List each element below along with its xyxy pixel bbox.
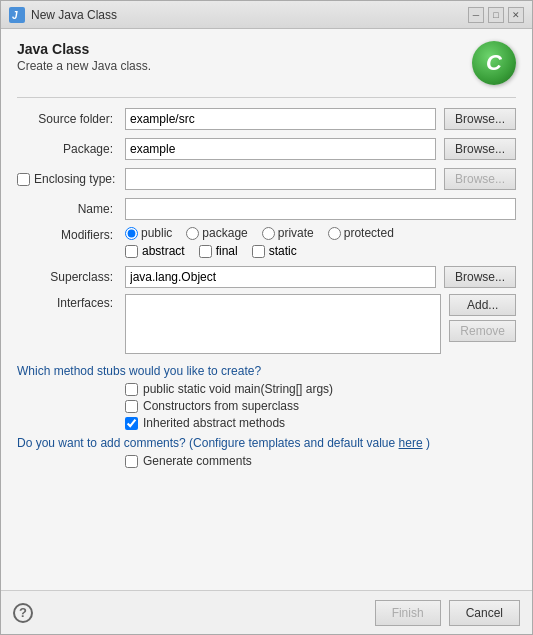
- header-text: Java Class Create a new Java class.: [17, 41, 151, 73]
- superclass-browse-button[interactable]: Browse...: [444, 266, 516, 288]
- generate-comments-item: Generate comments: [125, 454, 516, 468]
- comments-question: Do you want to add comments? (Configure …: [17, 436, 516, 450]
- bottom-bar: ? Finish Cancel: [1, 590, 532, 634]
- bottom-buttons: Finish Cancel: [375, 600, 520, 626]
- minimize-button[interactable]: ─: [468, 7, 484, 23]
- name-row: Name:: [17, 198, 516, 220]
- header-section: Java Class Create a new Java class. C: [17, 41, 516, 85]
- cancel-button[interactable]: Cancel: [449, 600, 520, 626]
- superclass-row: Superclass: Browse...: [17, 266, 516, 288]
- stub-inherited-checkbox[interactable]: [125, 417, 138, 430]
- interfaces-label: Interfaces:: [17, 294, 117, 310]
- interfaces-buttons: Add... Remove: [449, 294, 516, 342]
- generate-comments-checkbox[interactable]: [125, 455, 138, 468]
- stub-main-checkbox[interactable]: [125, 383, 138, 396]
- comments-link[interactable]: here: [399, 436, 423, 450]
- header-separator: [17, 97, 516, 98]
- package-input[interactable]: [125, 138, 436, 160]
- modifier-package-radio[interactable]: [186, 227, 199, 240]
- modifiers-options: public package private protected: [125, 226, 516, 258]
- generate-comments-label: Generate comments: [143, 454, 252, 468]
- enclosing-type-row: Enclosing type: Browse...: [17, 168, 516, 190]
- modifier-abstract-label: abstract: [142, 244, 185, 258]
- stub-constructors-label: Constructors from superclass: [143, 399, 299, 413]
- modifiers-row-2: abstract final static: [125, 244, 516, 258]
- superclass-label: Superclass:: [17, 270, 117, 284]
- modifiers-label: Modifiers:: [17, 226, 117, 242]
- maximize-button[interactable]: □: [488, 7, 504, 23]
- stub-main-label: public static void main(String[] args): [143, 382, 333, 396]
- enclosing-type-browse-button[interactable]: Browse...: [444, 168, 516, 190]
- window-title: New Java Class: [31, 8, 117, 22]
- dialog-title: Java Class: [17, 41, 151, 57]
- stub-main-item: public static void main(String[] args): [125, 382, 516, 396]
- interfaces-remove-button[interactable]: Remove: [449, 320, 516, 342]
- stub-inherited-item: Inherited abstract methods: [125, 416, 516, 430]
- modifier-package-label: package: [202, 226, 247, 240]
- content-area: Java Class Create a new Java class. C So…: [1, 29, 532, 590]
- modifier-final-checkbox[interactable]: [199, 245, 212, 258]
- modifiers-section: Modifiers: public package private: [17, 226, 516, 258]
- modifier-abstract-checkbox[interactable]: [125, 245, 138, 258]
- modifier-static-item: static: [252, 244, 297, 258]
- finish-button[interactable]: Finish: [375, 600, 441, 626]
- svg-text:J: J: [12, 10, 18, 21]
- modifier-public-radio[interactable]: [125, 227, 138, 240]
- main-window: J New Java Class ─ □ ✕ Java Class Create…: [0, 0, 533, 635]
- dialog-subtitle: Create a new Java class.: [17, 59, 151, 73]
- superclass-input[interactable]: [125, 266, 436, 288]
- stubs-question: Which method stubs would you like to cre…: [17, 364, 516, 378]
- window-icon: J: [9, 7, 25, 23]
- modifier-static-label: static: [269, 244, 297, 258]
- modifiers-row-1: public package private protected: [125, 226, 516, 240]
- stub-inherited-label: Inherited abstract methods: [143, 416, 285, 430]
- modifier-private-item: private: [262, 226, 314, 240]
- comments-options: Generate comments: [125, 454, 516, 468]
- comments-section: Do you want to add comments? (Configure …: [17, 436, 516, 468]
- modifier-package-item: package: [186, 226, 247, 240]
- modifier-abstract-item: abstract: [125, 244, 185, 258]
- modifier-protected-item: protected: [328, 226, 394, 240]
- enclosing-checkbox-container: Enclosing type:: [17, 172, 117, 186]
- modifier-protected-label: protected: [344, 226, 394, 240]
- modifier-final-item: final: [199, 244, 238, 258]
- help-button[interactable]: ?: [13, 603, 33, 623]
- source-folder-browse-button[interactable]: Browse...: [444, 108, 516, 130]
- modifier-private-radio[interactable]: [262, 227, 275, 240]
- name-input[interactable]: [125, 198, 516, 220]
- modifier-final-label: final: [216, 244, 238, 258]
- package-browse-button[interactable]: Browse...: [444, 138, 516, 160]
- modifier-protected-radio[interactable]: [328, 227, 341, 240]
- name-label: Name:: [17, 202, 117, 216]
- eclipse-logo: C: [472, 41, 516, 85]
- package-row: Package: Browse...: [17, 138, 516, 160]
- title-bar-left: J New Java Class: [9, 7, 117, 23]
- source-folder-label: Source folder:: [17, 112, 117, 126]
- source-folder-input[interactable]: [125, 108, 436, 130]
- close-button[interactable]: ✕: [508, 7, 524, 23]
- package-label: Package:: [17, 142, 117, 156]
- interfaces-add-button[interactable]: Add...: [449, 294, 516, 316]
- enclosing-type-checkbox[interactable]: [17, 173, 30, 186]
- modifier-public-item: public: [125, 226, 172, 240]
- title-bar: J New Java Class ─ □ ✕: [1, 1, 532, 29]
- enclosing-type-label: Enclosing type:: [34, 172, 115, 186]
- modifier-static-checkbox[interactable]: [252, 245, 265, 258]
- source-folder-row: Source folder: Browse...: [17, 108, 516, 130]
- stub-constructors-checkbox[interactable]: [125, 400, 138, 413]
- modifier-private-label: private: [278, 226, 314, 240]
- enclosing-type-input[interactable]: [125, 168, 436, 190]
- interfaces-section: Interfaces: Add... Remove: [17, 294, 516, 354]
- modifier-public-label: public: [141, 226, 172, 240]
- stubs-section: Which method stubs would you like to cre…: [17, 364, 516, 430]
- stubs-options: public static void main(String[] args) C…: [125, 382, 516, 430]
- interfaces-listbox[interactable]: [125, 294, 441, 354]
- title-controls: ─ □ ✕: [468, 7, 524, 23]
- stub-constructors-item: Constructors from superclass: [125, 399, 516, 413]
